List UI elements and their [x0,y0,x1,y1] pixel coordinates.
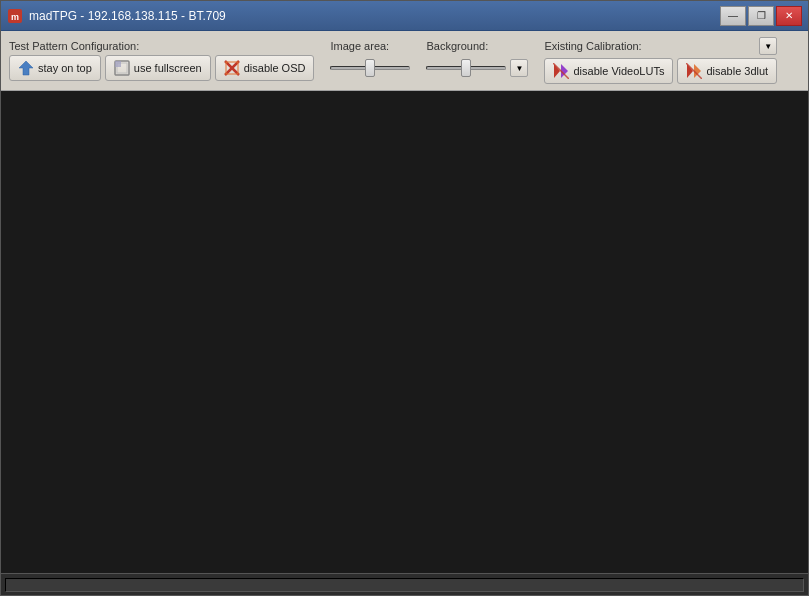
test-pattern-group: Test Pattern Configuration: stay on top [9,40,314,81]
use-fullscreen-button[interactable]: use fullscreen [105,55,211,81]
image-area-label: Image area: [330,40,410,52]
background-controls: ▼ [426,55,528,81]
svg-rect-5 [115,61,121,67]
disable-videoluts-icon [553,63,569,79]
image-area-controls [330,55,410,81]
main-window: m madTPG - 192.168.138.115 - BT.709 — ❐ … [0,0,809,596]
stay-on-top-label: stay on top [38,62,92,74]
titlebar-left: m madTPG - 192.168.138.115 - BT.709 [7,8,226,24]
test-pattern-label: Test Pattern Configuration: [9,40,314,52]
background-dropdown-button[interactable]: ▼ [510,59,528,77]
existing-calibration-dropdown-button[interactable]: ▼ [759,37,777,55]
disable-3dlut-label: disable 3dlut [706,65,768,77]
main-content-area [1,91,808,573]
background-dropdown-arrow-icon: ▼ [516,64,524,73]
titlebar-controls: — ❐ ✕ [720,6,802,26]
close-button[interactable]: ✕ [776,6,802,26]
fullscreen-icon [114,60,130,76]
stay-on-top-button[interactable]: stay on top [9,55,101,81]
background-slider-track [426,66,506,70]
stay-on-top-icon [18,60,34,76]
disable-videoluts-label: disable VideoLUTs [573,65,664,77]
existing-calibration-controls: disable VideoLUTs disable 3dlut [544,58,777,84]
image-area-slider-track [330,66,410,70]
window-title: madTPG - 192.168.138.115 - BT.709 [29,9,226,23]
test-pattern-controls: stay on top use fullscreen [9,55,314,81]
statusbar [1,573,808,595]
disable-3dlut-button[interactable]: disable 3dlut [677,58,777,84]
statusbar-inner [5,578,804,592]
background-slider-thumb[interactable] [461,59,471,77]
image-area-slider-container [330,55,410,81]
disable-osd-label: disable OSD [244,62,306,74]
image-area-group: Image area: [330,40,410,81]
use-fullscreen-label: use fullscreen [134,62,202,74]
disable-3dlut-icon [686,63,702,79]
existing-calibration-dropdown-arrow-icon: ▼ [764,42,772,51]
disable-osd-button[interactable]: disable OSD [215,55,315,81]
minimize-button[interactable]: — [720,6,746,26]
background-slider-container [426,55,506,81]
disable-videoluts-button[interactable]: disable VideoLUTs [544,58,673,84]
titlebar: m madTPG - 192.168.138.115 - BT.709 — ❐ … [1,1,808,31]
image-area-slider-thumb[interactable] [365,59,375,77]
disable-osd-icon [224,60,240,76]
existing-calibration-label: Existing Calibration: [544,40,641,52]
existing-calibration-group: Existing Calibration: ▼ disable Vide [544,37,777,84]
restore-button[interactable]: ❐ [748,6,774,26]
background-group: Background: ▼ [426,40,528,81]
svg-text:m: m [11,12,19,22]
toolbar: Test Pattern Configuration: stay on top [1,31,808,91]
background-label: Background: [426,40,528,52]
app-icon: m [7,8,23,24]
svg-marker-2 [19,61,33,75]
